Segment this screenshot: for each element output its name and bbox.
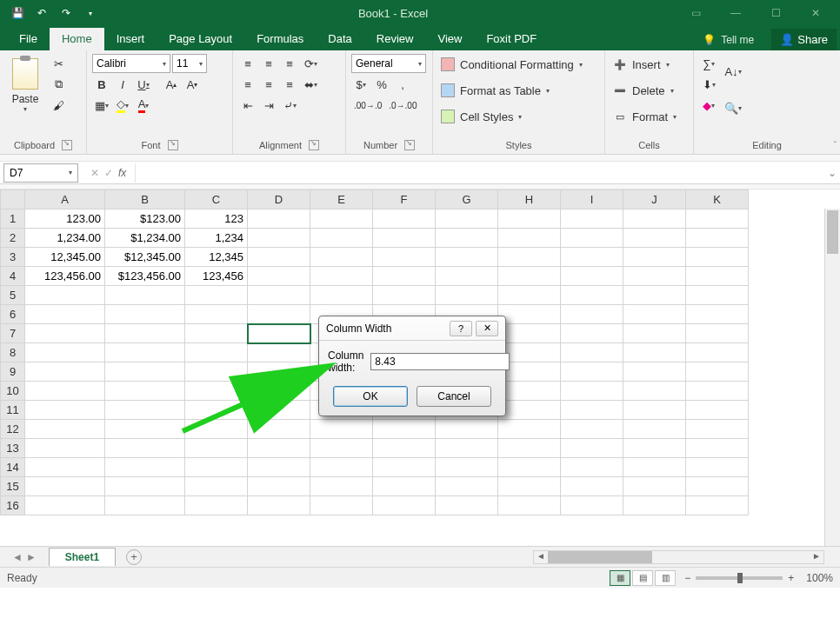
sheet-tab-sheet1[interactable]: Sheet1 (49, 548, 116, 566)
row-header[interactable]: 15 (1, 477, 25, 496)
zoom-slider[interactable]: − + 100% (684, 572, 833, 584)
cell[interactable] (436, 477, 498, 496)
cell[interactable] (248, 229, 310, 248)
row-header[interactable]: 13 (1, 439, 25, 458)
row-header[interactable]: 1 (1, 209, 25, 229)
font-name-combo[interactable]: Calibri▾ (92, 54, 170, 73)
align-right-button[interactable]: ≡ (280, 75, 299, 94)
autosum-button[interactable]: ∑▾ (699, 54, 718, 73)
cell[interactable] (105, 439, 185, 458)
comma-button[interactable]: , (393, 75, 412, 94)
cell[interactable] (686, 229, 749, 248)
cell[interactable] (185, 382, 248, 401)
cell[interactable] (310, 286, 373, 305)
share-button[interactable]: 👤 Share (771, 29, 837, 50)
cell[interactable] (248, 343, 310, 362)
collapse-ribbon-icon[interactable]: ˇ (834, 141, 837, 150)
cell[interactable] (561, 248, 623, 267)
tab-data[interactable]: Data (316, 28, 363, 50)
cell[interactable] (310, 496, 373, 515)
qat-customize-icon[interactable]: ▾ (80, 3, 101, 23)
cell[interactable] (248, 209, 310, 229)
sheet-nav-next-icon[interactable]: ► (26, 551, 37, 563)
cell[interactable] (686, 382, 749, 401)
cell[interactable] (25, 420, 105, 439)
cell[interactable] (25, 477, 105, 496)
cell[interactable] (373, 248, 436, 267)
column-header[interactable]: I (561, 190, 623, 209)
cell[interactable]: 123,456.00 (25, 267, 105, 286)
cell[interactable] (25, 458, 105, 477)
cell[interactable] (561, 305, 623, 324)
row-header[interactable]: 9 (1, 362, 25, 382)
decrease-decimal-button[interactable]: .0→.00 (386, 96, 419, 115)
column-header[interactable]: B (105, 190, 185, 209)
scrollbar-thumb[interactable] (827, 210, 838, 254)
cell[interactable] (105, 401, 185, 420)
cell[interactable] (373, 439, 436, 458)
zoom-thumb[interactable] (737, 573, 743, 583)
cell[interactable] (498, 458, 561, 477)
align-center-button[interactable]: ≡ (259, 75, 278, 94)
cell[interactable]: 123,456 (185, 267, 248, 286)
bold-button[interactable]: B (92, 75, 111, 94)
dialog-close-button[interactable]: ✕ (476, 321, 498, 336)
cell[interactable] (105, 286, 185, 305)
cell[interactable] (185, 496, 248, 515)
cell[interactable] (185, 401, 248, 420)
row-header[interactable]: 10 (1, 382, 25, 401)
cell[interactable] (561, 286, 623, 305)
scrollbar-thumb[interactable] (548, 551, 652, 563)
tab-formulas[interactable]: Formulas (244, 28, 316, 50)
cell[interactable] (561, 382, 623, 401)
cell[interactable] (498, 209, 561, 229)
cell[interactable] (105, 477, 185, 496)
tab-review[interactable]: Review (364, 28, 426, 50)
font-dialog-launcher[interactable] (168, 140, 178, 150)
format-painter-button[interactable]: 🖌 (49, 96, 68, 115)
cell[interactable]: $123,456.00 (105, 267, 185, 286)
cell[interactable] (185, 286, 248, 305)
format-as-table-button[interactable]: Format as Table▾ (438, 80, 599, 101)
cell[interactable] (25, 439, 105, 458)
align-top-button[interactable]: ≡ (238, 54, 257, 73)
cell[interactable] (105, 324, 185, 343)
save-icon[interactable]: 💾 (7, 3, 28, 23)
cell[interactable] (25, 286, 105, 305)
cell[interactable] (105, 420, 185, 439)
cell[interactable] (498, 248, 561, 267)
increase-decimal-button[interactable]: .00→.0 (351, 96, 384, 115)
column-width-input[interactable] (370, 353, 510, 370)
cell[interactable] (436, 229, 498, 248)
vertical-scrollbar[interactable] (824, 209, 840, 546)
cell[interactable] (561, 401, 623, 420)
row-header[interactable]: 6 (1, 305, 25, 324)
increase-indent-button[interactable]: ⇥ (259, 96, 278, 115)
cell[interactable] (623, 209, 686, 229)
cell[interactable] (561, 267, 623, 286)
cell[interactable] (248, 382, 310, 401)
cell[interactable] (623, 267, 686, 286)
undo-icon[interactable]: ↶ (31, 3, 52, 23)
row-header[interactable]: 16 (1, 496, 25, 515)
tab-home[interactable]: Home (50, 28, 104, 50)
cell[interactable] (248, 496, 310, 515)
cell[interactable] (623, 229, 686, 248)
cell[interactable] (561, 362, 623, 382)
close-icon[interactable]: ✕ (798, 3, 833, 23)
column-header[interactable]: F (373, 190, 436, 209)
cell[interactable] (686, 209, 749, 229)
decrease-indent-button[interactable]: ⇤ (238, 96, 257, 115)
row-header[interactable]: 7 (1, 324, 25, 343)
row-header[interactable]: 11 (1, 401, 25, 420)
sort-filter-button[interactable]: A↓▾ (722, 54, 744, 89)
cell[interactable] (561, 229, 623, 248)
tab-page-layout[interactable]: Page Layout (157, 28, 244, 50)
cell[interactable] (25, 401, 105, 420)
cell[interactable] (436, 458, 498, 477)
page-break-view-button[interactable]: ▥ (655, 570, 676, 586)
row-header[interactable]: 5 (1, 286, 25, 305)
cell[interactable] (436, 496, 498, 515)
cell[interactable] (623, 439, 686, 458)
add-sheet-button[interactable]: + (126, 549, 142, 565)
